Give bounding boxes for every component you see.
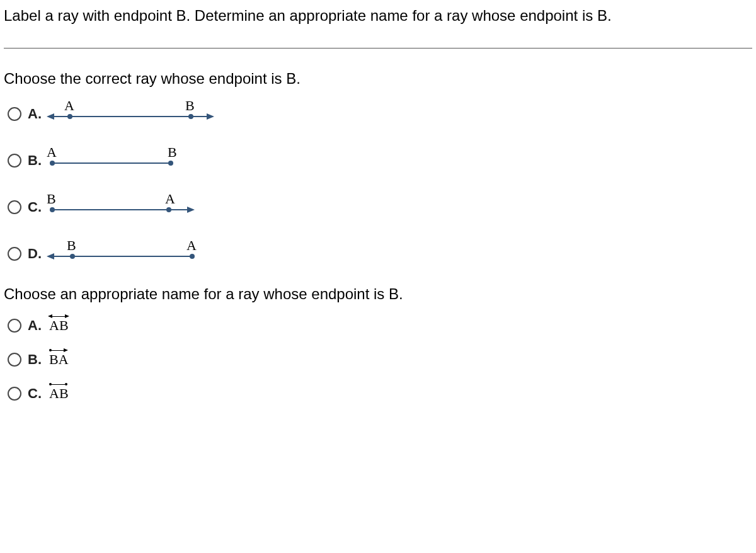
point-label: B (185, 98, 195, 114)
point-dot (67, 114, 72, 119)
point-dot (188, 114, 193, 119)
radio-icon (8, 319, 21, 333)
q2-option-b[interactable]: B. BA (8, 348, 752, 371)
diagram-ray-ab-left: B A (47, 241, 223, 266)
point-label: A (47, 144, 57, 161)
diagram-segment-ab: A B (47, 148, 223, 173)
overline-double-arrow-icon (49, 314, 69, 320)
point-label: B (47, 191, 56, 207)
q1-options: A. A B B. A B (8, 99, 752, 269)
radio-icon (8, 107, 21, 121)
diagram-ray-ba: B A (47, 195, 223, 220)
q1-option-b[interactable]: B. A B (8, 145, 752, 176)
q2-options: A. AB B. BA (8, 314, 752, 405)
option-letter: B. (28, 351, 47, 368)
point-label: B (168, 144, 177, 161)
point-dot (70, 254, 75, 259)
option-letter: C. (28, 385, 47, 402)
arrow-right-icon (207, 113, 214, 120)
option-letter: A. (28, 106, 47, 122)
option-letter: A. (28, 317, 47, 334)
page-container: Label a ray with endpoint B. Determine a… (0, 0, 756, 421)
point-label: A (165, 191, 175, 207)
notation-line-ab: AB (49, 317, 69, 334)
q1-prompt: Choose the correct ray whose endpoint is… (4, 70, 752, 88)
q2-option-a[interactable]: A. AB (8, 314, 752, 337)
point-dot (166, 207, 171, 212)
line-segment (53, 116, 208, 117)
notation-segment-ab: AB (49, 385, 69, 402)
point-label: B (67, 237, 76, 254)
overline-ray-icon (49, 348, 69, 354)
point-dot (190, 254, 195, 259)
notation-ray-ba: BA (49, 351, 69, 368)
diagram-line-ab: A B (47, 101, 223, 127)
q1-option-a[interactable]: A. A B (8, 99, 752, 129)
point-dot (168, 161, 173, 166)
q2-option-c[interactable]: C. AB (8, 382, 752, 405)
radio-icon (8, 247, 21, 261)
radio-icon (8, 387, 21, 401)
arrow-right-icon (187, 207, 195, 213)
option-letter: D. (28, 246, 47, 262)
radio-icon (8, 353, 21, 367)
radio-icon (8, 200, 21, 214)
overline-segment-icon (49, 382, 69, 388)
point-label: A (186, 237, 197, 254)
question-header: Label a ray with endpoint B. Determine a… (4, 5, 752, 26)
q2-prompt: Choose an appropriate name for a ray who… (4, 285, 752, 303)
q1-option-d[interactable]: D. B A (8, 239, 752, 269)
option-letter: C. (28, 199, 47, 215)
divider (4, 48, 752, 48)
q1-option-c[interactable]: C. B A (8, 192, 752, 222)
line-segment (52, 162, 169, 164)
option-letter: B. (28, 152, 47, 169)
point-label: A (64, 98, 74, 114)
radio-icon (8, 154, 21, 168)
